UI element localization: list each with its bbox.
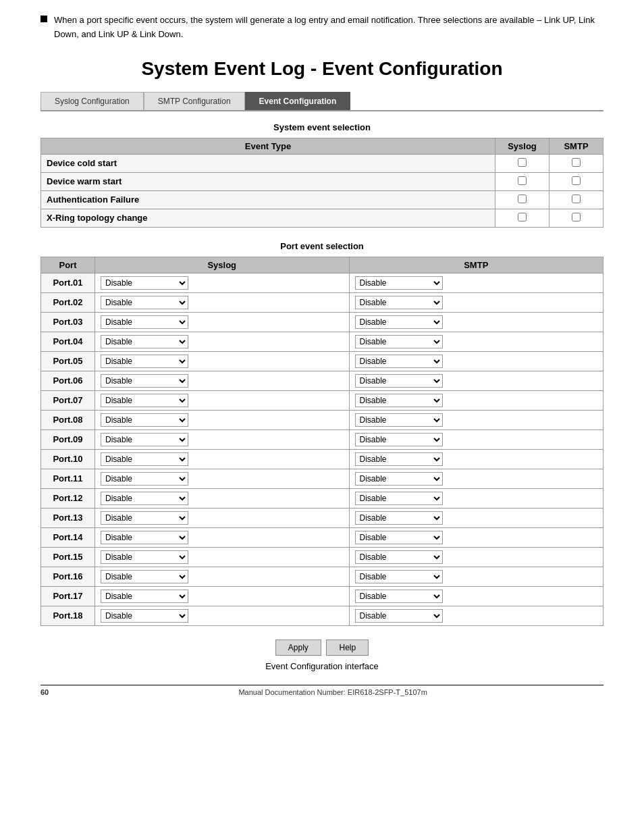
port-label: Port.13 bbox=[41, 508, 95, 527]
smtp-select-cell-14: DisableLink UPLink DownLink UP & Link Do… bbox=[349, 547, 603, 567]
smtp-select-cell-13: DisableLink UPLink DownLink UP & Link Do… bbox=[349, 527, 603, 547]
syslog-checkbox-cell bbox=[495, 190, 549, 209]
syslog-select-cell-13: DisableLink UPLink DownLink UP & Link Do… bbox=[95, 527, 350, 547]
syslog-checkbox-3[interactable] bbox=[518, 213, 527, 221]
smtp-select-Port.08[interactable]: DisableLink UPLink DownLink UP & Link Do… bbox=[355, 413, 443, 427]
table-row: Port.11 DisableLink UPLink DownLink UP &… bbox=[41, 469, 603, 488]
smtp-select-Port.07[interactable]: DisableLink UPLink DownLink UP & Link Do… bbox=[355, 394, 443, 407]
syslog-select-cell-5: DisableLink UPLink DownLink UP & Link Do… bbox=[95, 371, 350, 390]
tab-syslog-config[interactable]: Syslog Configuration bbox=[41, 92, 144, 110]
smtp-select-Port.03[interactable]: DisableLink UPLink DownLink UP & Link Do… bbox=[355, 315, 443, 329]
port-events-table: Port Syslog SMTP Port.01 DisableLink UPL… bbox=[41, 257, 603, 626]
smtp-checkbox-cell bbox=[549, 172, 603, 190]
port-label: Port.06 bbox=[41, 371, 95, 390]
table-row: Port.17 DisableLink UPLink DownLink UP &… bbox=[41, 586, 603, 606]
tab-bar: Syslog Configuration SMTP Configuration … bbox=[41, 92, 603, 111]
smtp-select-Port.11[interactable]: DisableLink UPLink DownLink UP & Link Do… bbox=[355, 472, 443, 486]
button-row: Apply Help bbox=[41, 640, 603, 656]
smtp-checkbox-0[interactable] bbox=[572, 158, 581, 167]
syslog-select-Port.09[interactable]: DisableLink UPLink DownLink UP & Link Do… bbox=[101, 433, 188, 446]
table-row: Device warm start bbox=[41, 172, 603, 190]
syslog-checkbox-0[interactable] bbox=[518, 158, 527, 167]
smtp-select-Port.10[interactable]: DisableLink UPLink DownLink UP & Link Do… bbox=[355, 452, 443, 466]
smtp-select-Port.15[interactable]: DisableLink UPLink DownLink UP & Link Do… bbox=[355, 550, 443, 564]
syslog-select-Port.17[interactable]: DisableLink UPLink DownLink UP & Link Do… bbox=[101, 590, 188, 603]
table-row: Port.12 DisableLink UPLink DownLink UP &… bbox=[41, 488, 603, 508]
port-events-title: Port event selection bbox=[41, 241, 603, 251]
syslog-select-Port.04[interactable]: DisableLink UPLink DownLink UP & Link Do… bbox=[101, 335, 188, 348]
footer-page: 60 bbox=[41, 688, 49, 696]
smtp-select-cell-16: DisableLink UPLink DownLink UP & Link Do… bbox=[349, 586, 603, 606]
syslog-checkbox-2[interactable] bbox=[518, 194, 527, 203]
system-events-table: Event Type Syslog SMTP Device cold start… bbox=[41, 138, 603, 228]
syslog-select-cell-9: DisableLink UPLink DownLink UP & Link Do… bbox=[95, 449, 350, 469]
table-row: Port.07 DisableLink UPLink DownLink UP &… bbox=[41, 390, 603, 410]
syslog-select-Port.02[interactable]: DisableLink UPLink DownLink UP & Link Do… bbox=[101, 296, 188, 309]
footer-doc: Manual Documentation Number: EIR618-2SFP… bbox=[62, 688, 603, 696]
syslog-select-Port.11[interactable]: DisableLink UPLink DownLink UP & Link Do… bbox=[101, 472, 188, 486]
syslog-select-Port.13[interactable]: DisableLink UPLink DownLink UP & Link Do… bbox=[101, 511, 188, 525]
intro-text: When a port specific event occurs, the s… bbox=[54, 14, 603, 42]
smtp-select-cell-7: DisableLink UPLink DownLink UP & Link Do… bbox=[349, 410, 603, 429]
syslog-select-Port.14[interactable]: DisableLink UPLink DownLink UP & Link Do… bbox=[101, 531, 188, 544]
syslog-checkbox-1[interactable] bbox=[518, 176, 527, 185]
smtp-select-Port.01[interactable]: DisableLink UPLink DownLink UP & Link Do… bbox=[355, 276, 443, 290]
syslog-select-Port.08[interactable]: DisableLink UPLink DownLink UP & Link Do… bbox=[101, 413, 188, 427]
caption: Event Configuration interface bbox=[41, 661, 603, 671]
port-label: Port.05 bbox=[41, 351, 95, 371]
table-row: Port.03 DisableLink UPLink DownLink UP &… bbox=[41, 312, 603, 332]
apply-button[interactable]: Apply bbox=[275, 640, 321, 656]
syslog-select-cell-8: DisableLink UPLink DownLink UP & Link Do… bbox=[95, 429, 350, 449]
syslog-select-Port.05[interactable]: DisableLink UPLink DownLink UP & Link Do… bbox=[101, 355, 188, 368]
smtp-select-Port.13[interactable]: DisableLink UPLink DownLink UP & Link Do… bbox=[355, 511, 443, 525]
smtp-select-Port.06[interactable]: DisableLink UPLink DownLink UP & Link Do… bbox=[355, 374, 443, 388]
smtp-select-Port.12[interactable]: DisableLink UPLink DownLink UP & Link Do… bbox=[355, 492, 443, 505]
help-button[interactable]: Help bbox=[326, 640, 369, 656]
smtp-select-Port.05[interactable]: DisableLink UPLink DownLink UP & Link Do… bbox=[355, 355, 443, 368]
table-row: Port.14 DisableLink UPLink DownLink UP &… bbox=[41, 527, 603, 547]
port-label: Port.14 bbox=[41, 527, 95, 547]
table-row: Port.13 DisableLink UPLink DownLink UP &… bbox=[41, 508, 603, 527]
table-row: Port.02 DisableLink UPLink DownLink UP &… bbox=[41, 292, 603, 312]
smtp-select-Port.16[interactable]: DisableLink UPLink DownLink UP & Link Do… bbox=[355, 570, 443, 583]
port-col-port: Port bbox=[41, 257, 95, 273]
syslog-select-Port.06[interactable]: DisableLink UPLink DownLink UP & Link Do… bbox=[101, 374, 188, 388]
port-label: Port.11 bbox=[41, 469, 95, 488]
smtp-select-cell-12: DisableLink UPLink DownLink UP & Link Do… bbox=[349, 508, 603, 527]
smtp-select-cell-3: DisableLink UPLink DownLink UP & Link Do… bbox=[349, 332, 603, 351]
table-row: Port.09 DisableLink UPLink DownLink UP &… bbox=[41, 429, 603, 449]
smtp-select-Port.14[interactable]: DisableLink UPLink DownLink UP & Link Do… bbox=[355, 531, 443, 544]
system-events-col-smtp: SMTP bbox=[549, 138, 603, 154]
smtp-select-Port.17[interactable]: DisableLink UPLink DownLink UP & Link Do… bbox=[355, 590, 443, 603]
syslog-select-Port.18[interactable]: DisableLink UPLink DownLink UP & Link Do… bbox=[101, 609, 188, 623]
syslog-select-Port.01[interactable]: DisableLink UPLink DownLink UP & Link Do… bbox=[101, 276, 188, 290]
smtp-select-Port.18[interactable]: DisableLink UPLink DownLink UP & Link Do… bbox=[355, 609, 443, 623]
syslog-select-cell-11: DisableLink UPLink DownLink UP & Link Do… bbox=[95, 488, 350, 508]
syslog-select-Port.12[interactable]: DisableLink UPLink DownLink UP & Link Do… bbox=[101, 492, 188, 505]
port-label: Port.08 bbox=[41, 410, 95, 429]
port-label: Port.16 bbox=[41, 567, 95, 586]
syslog-select-Port.03[interactable]: DisableLink UPLink DownLink UP & Link Do… bbox=[101, 315, 188, 329]
table-row: Port.01 DisableLink UPLink DownLink UP &… bbox=[41, 273, 603, 292]
smtp-select-Port.04[interactable]: DisableLink UPLink DownLink UP & Link Do… bbox=[355, 335, 443, 348]
syslog-select-Port.07[interactable]: DisableLink UPLink DownLink UP & Link Do… bbox=[101, 394, 188, 407]
port-label: Port.12 bbox=[41, 488, 95, 508]
syslog-select-Port.15[interactable]: DisableLink UPLink DownLink UP & Link Do… bbox=[101, 550, 188, 564]
footer: 60 Manual Documentation Number: EIR618-2… bbox=[41, 685, 603, 696]
smtp-checkbox-2[interactable] bbox=[572, 194, 581, 203]
smtp-select-Port.09[interactable]: DisableLink UPLink DownLink UP & Link Do… bbox=[355, 433, 443, 446]
port-label: Port.02 bbox=[41, 292, 95, 312]
bullet-icon bbox=[41, 16, 47, 22]
smtp-checkbox-3[interactable] bbox=[572, 213, 581, 221]
smtp-select-Port.02[interactable]: DisableLink UPLink DownLink UP & Link Do… bbox=[355, 296, 443, 309]
tab-event-config[interactable]: Event Configuration bbox=[245, 92, 351, 110]
syslog-select-Port.10[interactable]: DisableLink UPLink DownLink UP & Link Do… bbox=[101, 452, 188, 466]
syslog-select-Port.16[interactable]: DisableLink UPLink DownLink UP & Link Do… bbox=[101, 570, 188, 583]
smtp-select-cell-15: DisableLink UPLink DownLink UP & Link Do… bbox=[349, 567, 603, 586]
smtp-select-cell-8: DisableLink UPLink DownLink UP & Link Do… bbox=[349, 429, 603, 449]
smtp-checkbox-1[interactable] bbox=[572, 176, 581, 185]
port-label: Port.18 bbox=[41, 606, 95, 625]
system-events-col-event: Event Type bbox=[41, 138, 495, 154]
tab-smtp-config[interactable]: SMTP Configuration bbox=[144, 92, 245, 110]
smtp-select-cell-10: DisableLink UPLink DownLink UP & Link Do… bbox=[349, 469, 603, 488]
